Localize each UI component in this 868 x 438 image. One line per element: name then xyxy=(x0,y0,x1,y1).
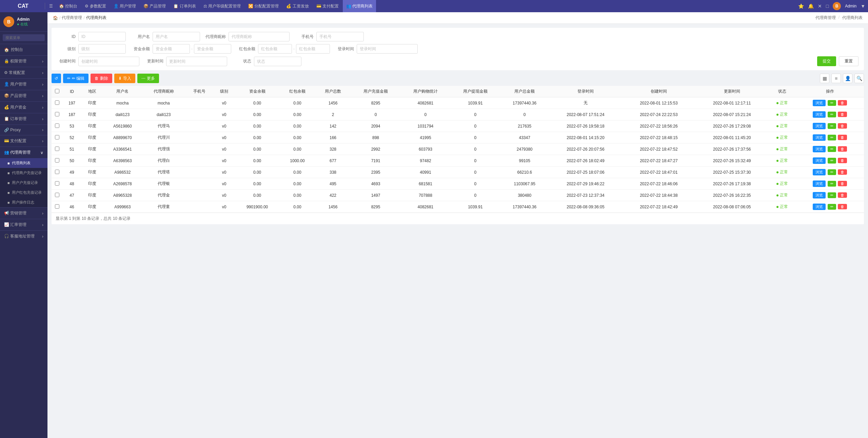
filter-id-input[interactable] xyxy=(78,32,126,41)
import-button[interactable]: ⬇ 导入 xyxy=(114,74,135,83)
breadcrumb-link-agent-mgmt[interactable]: 代理商管理 xyxy=(815,15,836,21)
row-select-checkbox[interactable] xyxy=(55,123,59,128)
action-delete-button[interactable]: 🗑 xyxy=(838,112,847,117)
action-edit-button[interactable]: ✏ xyxy=(828,100,836,106)
sidebar-item-agent[interactable]: 👥 代理商管理 ∨ xyxy=(0,147,47,158)
filter-reset-button[interactable]: 重置 xyxy=(839,56,859,66)
grid-view-button[interactable]: ▦ xyxy=(820,74,829,83)
action-edit-button[interactable]: ✏ xyxy=(828,146,836,152)
bell-icon[interactable]: 🔔 xyxy=(808,3,814,9)
action-edit-button[interactable]: ✏ xyxy=(828,123,836,129)
nav-pay[interactable]: 💳 支付配置 xyxy=(313,0,342,12)
row-select-checkbox[interactable] xyxy=(55,204,59,209)
filter-submit-button[interactable]: 提交 xyxy=(817,56,836,66)
search-button[interactable]: 🔍 xyxy=(854,74,864,83)
action-view-button[interactable]: 浏览 xyxy=(813,146,826,152)
filter-balance-max[interactable] xyxy=(194,44,231,54)
action-delete-button[interactable]: 🗑 xyxy=(838,192,847,198)
row-select-checkbox[interactable] xyxy=(55,170,59,174)
sidebar-search-input[interactable] xyxy=(3,34,45,41)
action-view-button[interactable]: 浏览 xyxy=(813,123,826,129)
sidebar-item-exchange[interactable]: 📈 汇率管理 › xyxy=(0,219,47,230)
action-edit-button[interactable]: ✏ xyxy=(828,112,836,117)
filter-balance-min[interactable] xyxy=(153,44,190,54)
nav-params[interactable]: ⚙ 参数配置 xyxy=(81,0,109,12)
nav-alloc[interactable]: 🔀 分配配置管理 xyxy=(245,0,282,12)
filter-agent-name-input[interactable] xyxy=(229,32,290,41)
sidebar-item-pay[interactable]: 💳 支付配置 › xyxy=(0,135,47,147)
row-select-checkbox[interactable] xyxy=(55,135,59,139)
action-delete-button[interactable]: 🗑 xyxy=(838,135,847,140)
action-view-button[interactable]: 浏览 xyxy=(813,157,826,164)
filter-create-time-input[interactable] xyxy=(78,57,139,66)
delete-button[interactable]: 🗑 删除 xyxy=(91,74,112,83)
action-delete-button[interactable]: 🗑 xyxy=(838,181,847,186)
action-delete-button[interactable]: 🗑 xyxy=(838,169,847,175)
action-edit-button[interactable]: ✏ xyxy=(828,135,836,140)
user-settings-button[interactable]: 👤 xyxy=(843,74,852,83)
filter-username-input[interactable] xyxy=(153,32,200,41)
sidebar-sub-agent-recharge[interactable]: ■ 代理商户充值记录 xyxy=(0,168,47,178)
action-view-button[interactable]: 浏览 xyxy=(813,192,826,198)
action-edit-button[interactable]: ✏ xyxy=(828,181,836,187)
menu-toggle[interactable]: ☰ xyxy=(46,4,56,8)
action-edit-button[interactable]: ✏ xyxy=(828,169,836,175)
nav-users[interactable]: 👤 用户管理 xyxy=(110,0,139,12)
close-icon[interactable]: ✕ xyxy=(818,3,822,9)
filter-level-input[interactable] xyxy=(78,44,126,54)
nav-salary[interactable]: 💰 工资发放 xyxy=(283,0,312,12)
action-delete-button[interactable]: 🗑 xyxy=(838,158,847,163)
sidebar-item-config[interactable]: ⚙ 常规配置 › xyxy=(0,67,47,78)
nav-orders[interactable]: 📋 订单列表 xyxy=(170,0,199,12)
col-settings-button[interactable]: ≡ xyxy=(831,74,841,83)
sidebar-sub-agent-list[interactable]: ■ 代理商列表 xyxy=(0,158,47,168)
sidebar-item-dashboard[interactable]: 🏠 控制台 xyxy=(0,44,47,55)
sidebar-item-orders[interactable]: 📋 订单管理 › xyxy=(0,113,47,125)
select-all-checkbox[interactable] xyxy=(55,89,59,93)
sidebar-item-auth[interactable]: 🔒 权限管理 › xyxy=(0,56,47,67)
admin-dropdown-icon[interactable]: ▼ xyxy=(861,3,865,9)
action-view-button[interactable]: 浏览 xyxy=(813,100,826,106)
star-icon[interactable]: ⭐ xyxy=(798,3,804,9)
row-select-checkbox[interactable] xyxy=(55,158,59,163)
action-view-button[interactable]: 浏览 xyxy=(813,180,826,187)
sidebar-item-funds[interactable]: 💰 用户资金 › xyxy=(0,102,47,113)
nav-dashboard[interactable]: 🏠 控制台 xyxy=(56,0,81,12)
sidebar-item-service[interactable]: 🎧 客服地址管理 › xyxy=(0,231,47,242)
filter-update-time-input[interactable] xyxy=(166,57,227,66)
nav-level[interactable]: ⚖ 用户等级配置管理 xyxy=(200,0,244,12)
sidebar-sub-user-recharge[interactable]: ■ 用户户充值记录 xyxy=(0,178,47,188)
action-view-button[interactable]: 浏览 xyxy=(813,134,826,141)
row-select-checkbox[interactable] xyxy=(55,147,59,151)
sidebar-item-marketing[interactable]: 📢 营销管理 › xyxy=(0,208,47,219)
action-edit-button[interactable]: ✏ xyxy=(828,192,836,198)
sidebar-item-products[interactable]: 📦 产品管理 › xyxy=(0,90,47,101)
action-view-button[interactable]: 浏览 xyxy=(813,111,826,118)
action-delete-button[interactable]: 🗑 xyxy=(838,146,847,152)
more-button[interactable]: ⋯ 更多 xyxy=(137,74,159,83)
row-select-checkbox[interactable] xyxy=(55,181,59,186)
row-select-checkbox[interactable] xyxy=(55,193,59,197)
action-view-button[interactable]: 浏览 xyxy=(813,204,826,210)
sidebar-sub-user-log[interactable]: ■ 用户操作日志 xyxy=(0,197,47,207)
maximize-icon[interactable]: □ xyxy=(826,3,829,9)
action-edit-button[interactable]: ✏ xyxy=(828,204,836,210)
action-delete-button[interactable]: 🗑 xyxy=(838,204,847,209)
nav-products[interactable]: 📦 产品管理 xyxy=(140,0,169,12)
action-delete-button[interactable]: 🗑 xyxy=(838,100,847,106)
edit-button[interactable]: ✏ ✏ 编辑 xyxy=(63,74,88,83)
breadcrumb-link-agent-list[interactable]: 代理商列表 xyxy=(842,15,863,21)
sidebar-item-proxy[interactable]: 🔗 Proxy › xyxy=(0,125,47,135)
filter-phone-input[interactable] xyxy=(316,32,364,41)
filter-login-time-input[interactable] xyxy=(357,44,418,54)
filter-redpack-max[interactable] xyxy=(296,44,330,54)
action-view-button[interactable]: 浏览 xyxy=(813,169,826,175)
action-edit-button[interactable]: ✏ xyxy=(828,158,836,164)
refresh-button[interactable]: ↺ xyxy=(52,74,61,83)
sidebar-item-users[interactable]: 👤 用户管理 › xyxy=(0,79,47,90)
filter-redpack-min[interactable] xyxy=(258,44,292,54)
nav-proxy[interactable]: 👥 代理商列表 xyxy=(343,0,376,12)
row-select-checkbox[interactable] xyxy=(55,112,59,116)
row-select-checkbox[interactable] xyxy=(55,100,59,105)
filter-status-input[interactable] xyxy=(254,57,301,66)
